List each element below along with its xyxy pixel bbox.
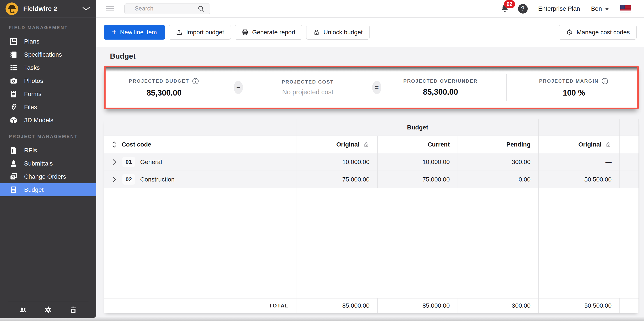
original-cell[interactable]: 75,000.00 — [297, 171, 378, 188]
sidebar-item-change-orders[interactable]: Change Orders — [0, 170, 96, 183]
cost-code-header[interactable]: Cost code — [104, 136, 297, 153]
change-orders-icon — [9, 172, 18, 181]
equals-operator: = — [372, 81, 381, 94]
sidebar-item-label: Forms — [24, 91, 42, 98]
unlock-icon — [313, 29, 320, 36]
table-total-row: TOTAL 85,000.00 85,000.00 300.00 50,500.… — [104, 299, 638, 313]
table-empty-area — [104, 188, 638, 299]
original-header[interactable]: Original — [297, 136, 378, 153]
original-locked-cell[interactable]: 50,500.00 — [539, 171, 620, 188]
budget-table: Budget Cost code Original Current Pendin… — [104, 119, 639, 313]
total-original: 85,000.00 — [297, 299, 378, 313]
sidebar-item-budget[interactable]: Budget — [0, 183, 96, 196]
current-header[interactable]: Current — [378, 136, 458, 153]
forms-icon — [9, 90, 18, 98]
people-button[interactable] — [19, 306, 27, 314]
info-icon[interactable] — [601, 77, 609, 85]
sidebar-item-label: Change Orders — [24, 173, 66, 180]
original-cell[interactable]: 10,000.00 — [297, 153, 378, 170]
current-cell[interactable]: 75,000.00 — [378, 171, 458, 188]
sidebar-item-3d-models[interactable]: 3D Models — [0, 114, 96, 127]
files-icon — [9, 103, 18, 112]
cube-icon — [9, 116, 18, 125]
projected-margin-value: 100 % — [539, 88, 608, 98]
unlock-budget-button[interactable]: Unlock budget — [306, 25, 370, 40]
sidebar-item-specifications[interactable]: Specifications — [0, 48, 96, 61]
gear-icon — [566, 29, 573, 36]
pending-cell[interactable]: 300.00 — [458, 153, 539, 170]
sidebar-item-files[interactable]: Files — [0, 101, 96, 114]
original-locked-header[interactable]: Original — [539, 136, 620, 153]
sidebar-item-plans[interactable]: Plans — [0, 35, 96, 48]
lock-icon — [605, 141, 612, 148]
current-cell[interactable]: 10,000.00 — [378, 153, 458, 170]
minus-operator: − — [234, 81, 243, 94]
info-icon[interactable] — [192, 77, 199, 85]
sidebar-item-submittals[interactable]: Submittals — [0, 157, 96, 170]
import-budget-button[interactable]: Import budget — [169, 25, 231, 40]
sidebar-nav: FIELD MANAGEMENT Plans Specifications Ta… — [0, 17, 96, 301]
sort-icon[interactable] — [112, 141, 117, 148]
sidebar-item-label: Specifications — [24, 51, 62, 58]
projected-cost-label: PROJECTED COST — [282, 79, 334, 85]
user-menu[interactable]: Ben — [591, 5, 609, 12]
plan-label[interactable]: Enterprise Plan — [538, 5, 580, 12]
calculator-icon — [9, 185, 18, 194]
expand-chevron-icon[interactable] — [112, 159, 117, 165]
trash-button[interactable] — [69, 306, 78, 314]
notifications-button[interactable]: 92 — [500, 3, 510, 14]
expand-chevron-icon[interactable] — [112, 176, 117, 183]
pending-cell[interactable]: 0.00 — [458, 171, 539, 188]
table-group-header-row: Budget — [104, 119, 638, 136]
page-title: Budget — [110, 52, 136, 60]
settings-button[interactable] — [44, 306, 52, 314]
pending-header[interactable]: Pending — [458, 136, 539, 153]
lock-icon — [363, 141, 370, 148]
budget-page: Budget PROJECTED BUDGET 85,300.00 − PROJ… — [96, 47, 644, 321]
user-name: Ben — [591, 5, 602, 12]
topbar: 92 ? Enterprise Plan Ben — [96, 0, 644, 17]
table-row-general[interactable]: 01 General 10,000.00 10,000.00 300.00 — — [104, 153, 638, 171]
search-input[interactable] — [135, 5, 197, 12]
cost-code-badge: 01 — [122, 157, 135, 167]
menu-icon[interactable] — [106, 4, 114, 13]
sidebar-item-label: Budget — [24, 186, 44, 193]
projected-cost-metric: PROJECTED COST No projected cost — [282, 79, 334, 96]
sidebar-item-rfis[interactable]: RFIs — [0, 144, 96, 157]
project-switcher[interactable]: Fieldwire 2 — [0, 0, 96, 17]
fieldwire-logo — [5, 2, 18, 15]
sidebar-item-photos[interactable]: Photos — [0, 74, 96, 87]
sidebar-item-label: Plans — [24, 38, 40, 45]
table-row-construction[interactable]: 02 Construction 75,000.00 75,000.00 0.00… — [104, 171, 638, 188]
projected-budget-metric: PROJECTED BUDGET 85,300.00 — [129, 77, 199, 98]
sidebar-item-tasks[interactable]: Tasks — [0, 61, 96, 74]
sidebar-item-label: Tasks — [24, 64, 40, 71]
sidebar-item-label: Photos — [24, 77, 43, 84]
specifications-icon — [9, 50, 18, 59]
search-box[interactable] — [124, 3, 210, 14]
projected-over-under-value: 85,300.00 — [403, 87, 478, 97]
projected-cost-value: No projected cost — [282, 88, 334, 96]
search-icon — [197, 5, 205, 12]
language-flag-us[interactable] — [620, 5, 631, 12]
sidebar-item-label: Submittals — [24, 160, 53, 167]
total-pending: 300.00 — [458, 299, 539, 313]
metric-divider — [506, 74, 507, 101]
section-field-management: FIELD MANAGEMENT — [0, 25, 96, 30]
caret-down-icon — [605, 8, 609, 10]
manage-cost-codes-button[interactable]: Manage cost codes — [559, 25, 636, 40]
new-line-item-button[interactable]: + New line item — [104, 25, 165, 40]
projected-margin-label: PROJECTED MARGIN — [539, 78, 598, 84]
sidebar-footer — [8, 301, 88, 318]
generate-report-button[interactable]: Generate report — [235, 25, 302, 40]
chevron-down-icon — [82, 7, 90, 11]
notification-badge: 92 — [504, 0, 515, 8]
sidebar: Fieldwire 2 FIELD MANAGEMENT Plans Speci… — [0, 0, 96, 318]
sidebar-item-forms[interactable]: Forms — [0, 87, 96, 101]
budget-toolbar: + New line item Import budget Generate r… — [96, 18, 644, 47]
original-locked-cell[interactable]: — — [539, 153, 620, 170]
cost-code-name: General — [140, 159, 162, 165]
budget-group-header: Budget — [297, 119, 539, 136]
help-button[interactable]: ? — [518, 4, 528, 13]
cost-code-cell: 01 General — [104, 153, 297, 170]
